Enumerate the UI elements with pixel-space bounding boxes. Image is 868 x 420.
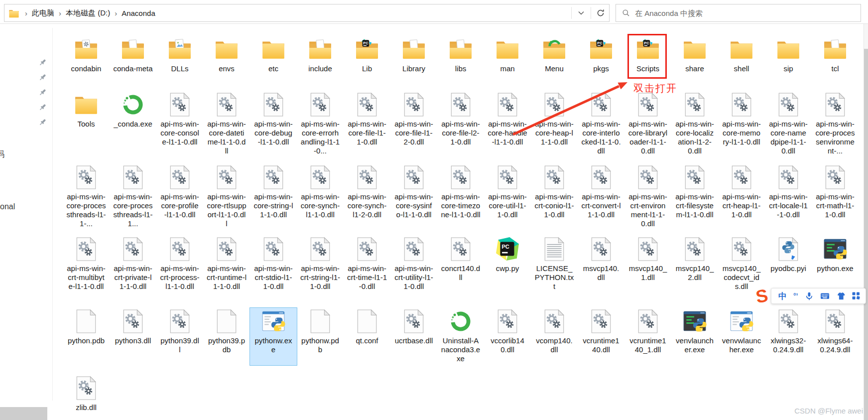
file-item-api-ms-win-core-console-l1-1-0.dll[interactable]: api-ms-win-core-console-l1-1-0.dll: [156, 91, 203, 157]
address-bar[interactable]: ›此电脑›本地磁盘 (D:)›Anaconda: [4, 4, 610, 22]
file-item-python3.dll[interactable]: python3.dll: [110, 308, 156, 365]
file-item-sip[interactable]: sip: [765, 36, 812, 75]
file-item-api-ms-win-crt-process-l1-1-0.dll[interactable]: api-ms-win-crt-process-l1-1-0.dll: [156, 236, 203, 293]
file-item-api-ms-win-core-string-l1-1-0.dll[interactable]: api-ms-win-core-string-l1-1-0.dll: [250, 164, 297, 230]
file-item-api-ms-win-crt-utility-l1-1-0.dll[interactable]: api-ms-win-crt-utility-l1-1-0.dll: [390, 236, 437, 293]
file-item-include[interactable]: include: [297, 36, 344, 75]
ime-punctuation-button[interactable]: °’: [793, 292, 798, 300]
file-item-api-ms-win-core-debug-l1-1-0.dll[interactable]: api-ms-win-core-debug-l1-1-0.dll: [250, 91, 297, 157]
file-item-api-ms-win-core-processenvironment-...[interactable]: api-ms-win-core-processenvironment-...: [812, 91, 859, 157]
pin-icon[interactable]: [38, 118, 47, 127]
file-item-xlwings32-0.24.9.dll[interactable]: xlwings32-0.24.9.dll: [765, 308, 812, 365]
file-item-api-ms-win-crt-math-l1-1-0.dll[interactable]: api-ms-win-crt-math-l1-1-0.dll: [812, 164, 859, 230]
file-item-libs[interactable]: libs: [437, 36, 484, 75]
ime-chinese-mode-button[interactable]: 中: [778, 290, 787, 302]
file-item-api-ms-win-core-datetime-l1-1-0.dll[interactable]: api-ms-win-core-datetime-l1-1-0.dll: [203, 91, 250, 157]
pin-icon[interactable]: [38, 58, 47, 67]
sidebar-label-fragment[interactable]: 码: [0, 149, 4, 160]
file-item-python.pdb[interactable]: python.pdb: [63, 308, 110, 365]
file-item-python39.dll[interactable]: python39.dll: [156, 308, 203, 365]
breadcrumb-item[interactable]: 本地磁盘 (D:): [65, 7, 111, 19]
file-item-api-ms-win-crt-private-l1-1-0.dll[interactable]: api-ms-win-crt-private-l1-1-0.dll: [110, 236, 156, 293]
breadcrumb-item[interactable]: Anaconda: [121, 8, 156, 18]
file-item-api-ms-win-core-localization-l1-2-0.dll[interactable]: api-ms-win-core-localization-l1-2-0.dll: [671, 91, 718, 157]
file-item-_conda.exe[interactable]: _conda.exe: [110, 91, 156, 157]
file-item-api-ms-win-core-synch-l1-1-0.dll[interactable]: api-ms-win-core-synch-l1-1-0.dll: [297, 164, 344, 230]
file-item-venvwlauncher.exe[interactable]: venvwlauncher.exe: [718, 308, 765, 365]
file-item-python.exe[interactable]: python.exe: [812, 236, 859, 293]
file-item-api-ms-win-core-handle-l1-1-0.dll[interactable]: api-ms-win-core-handle-l1-1-0.dll: [484, 91, 531, 157]
file-item-api-ms-win-core-memory-l1-1-0.dll[interactable]: api-ms-win-core-memory-l1-1-0.dll: [718, 91, 765, 157]
file-item-msvcp140_2.dll[interactable]: msvcp140_2.dll: [671, 236, 718, 293]
file-item-msvcp140_1.dll[interactable]: msvcp140_1.dll: [624, 236, 671, 293]
file-item-api-ms-win-core-file-l1-1-0.dll[interactable]: api-ms-win-core-file-l1-1-0.dll: [344, 91, 390, 157]
file-item-api-ms-win-core-timezone-l1-1-0.dll[interactable]: api-ms-win-core-timezone-l1-1-0.dll: [437, 164, 484, 230]
file-item-api-ms-win-crt-multibyte-l1-1-0.dll[interactable]: api-ms-win-crt-multibyte-l1-1-0.dll: [63, 236, 110, 293]
file-item-msvcp140_codecvt_ids.dll[interactable]: msvcp140_codecvt_ids.dll: [718, 236, 765, 293]
file-item-cwp.py[interactable]: PCcwp.py: [484, 236, 531, 293]
file-item-api-ms-win-core-errorhandling-l1-1-0...[interactable]: api-ms-win-core-errorhandling-l1-1-0...: [297, 91, 344, 157]
file-item-api-ms-win-core-processthreads-l1-1-...[interactable]: api-ms-win-core-processthreads-l1-1-...: [63, 164, 110, 230]
file-item-api-ms-win-crt-stdio-l1-1-0.dll[interactable]: api-ms-win-crt-stdio-l1-1-0.dll: [250, 236, 297, 293]
file-item-zlib.dll[interactable]: zlib.dll: [63, 375, 110, 414]
file-item-api-ms-win-core-interlocked-l1-1-0.dll[interactable]: api-ms-win-core-interlocked-l1-1-0.dll: [578, 91, 624, 157]
file-item-msvcp140.dll[interactable]: msvcp140.dll: [578, 236, 624, 293]
refresh-icon[interactable]: [592, 4, 609, 21]
file-item-etc[interactable]: etc: [250, 36, 297, 75]
file-item-tools[interactable]: Tools: [63, 91, 110, 157]
file-item-vccorlib140.dll[interactable]: vccorlib140.dll: [484, 308, 531, 365]
file-item-api-ms-win-crt-convert-l1-1-0.dll[interactable]: api-ms-win-crt-convert-l1-1-0.dll: [578, 164, 624, 230]
file-item-python39.pdb[interactable]: python39.pdb: [203, 308, 250, 365]
ime-mic-icon[interactable]: [805, 291, 814, 301]
file-item-condabin[interactable]: condabin: [63, 36, 110, 75]
file-item-api-ms-win-crt-string-l1-1-0.dll[interactable]: api-ms-win-crt-string-l1-1-0.dll: [297, 236, 344, 293]
file-item-man[interactable]: man: [484, 36, 531, 75]
file-item-api-ms-win-crt-environment-l1-1-0.dll[interactable]: api-ms-win-crt-environment-l1-1-0.dll: [624, 164, 671, 230]
breadcrumb-item[interactable]: 此电脑: [31, 7, 55, 19]
file-item-shell[interactable]: shell: [718, 36, 765, 75]
ime-keyboard-icon[interactable]: [820, 292, 830, 300]
file-item-venvlauncher.exe[interactable]: venvlauncher.exe: [671, 308, 718, 365]
file-item-api-ms-win-core-rtlsupport-l1-1-0.dll[interactable]: api-ms-win-core-rtlsupport-l1-1-0.dll: [203, 164, 250, 230]
file-item-vcruntime140_1.dll[interactable]: vcruntime140_1.dll: [624, 308, 671, 365]
file-item-pyodbc.pyi[interactable]: pyodbc.pyi: [765, 236, 812, 293]
file-item-vcruntime140.dll[interactable]: vcruntime140.dll: [578, 308, 624, 365]
file-item-api-ms-win-crt-filesystem-l1-1-0.dll[interactable]: api-ms-win-crt-filesystem-l1-1-0.dll: [671, 164, 718, 230]
file-item-api-ms-win-core-namedpipe-l1-1-0.dll[interactable]: api-ms-win-core-namedpipe-l1-1-0.dll: [765, 91, 812, 157]
search-box[interactable]: [616, 4, 861, 22]
pin-icon[interactable]: [38, 73, 47, 82]
file-item-qt.conf[interactable]: qt.conf: [344, 308, 390, 365]
file-item-api-ms-win-crt-heap-l1-1-0.dll[interactable]: api-ms-win-crt-heap-l1-1-0.dll: [718, 164, 765, 230]
file-item-dlls[interactable]: DLLs: [156, 36, 203, 75]
search-input[interactable]: [634, 8, 861, 18]
file-item-api-ms-win-crt-conio-l1-1-0.dll[interactable]: api-ms-win-crt-conio-l1-1-0.dll: [531, 164, 578, 230]
file-item-pythonw.pdb[interactable]: pythonw.pdb: [297, 308, 344, 365]
file-item-envs[interactable]: envs: [203, 36, 250, 75]
file-item-pythonw.exe[interactable]: pythonw.exe: [250, 308, 297, 365]
file-item-pkgs[interactable]: PCpkgs: [578, 36, 624, 75]
file-item-menu[interactable]: Menu: [531, 36, 578, 75]
file-item-api-ms-win-crt-locale-l1-1-0.dll[interactable]: api-ms-win-crt-locale-l1-1-0.dll: [765, 164, 812, 230]
file-item-tcl[interactable]: tcl: [812, 36, 859, 75]
file-item-api-ms-win-core-file-l2-1-0.dll[interactable]: api-ms-win-core-file-l2-1-0.dll: [437, 91, 484, 157]
file-item-api-ms-win-core-util-l1-1-0.dll[interactable]: api-ms-win-core-util-l1-1-0.dll: [484, 164, 531, 230]
address-dropdown-chevron-icon[interactable]: [573, 4, 590, 21]
file-item-share[interactable]: share: [671, 36, 718, 75]
file-item-license_python.txt[interactable]: LICENSE_PYTHON.txt: [531, 236, 578, 293]
file-item-ucrtbase.dll[interactable]: ucrtbase.dll: [390, 308, 437, 365]
file-item-xlwings64-0.24.9.dll[interactable]: xlwings64-0.24.9.dll: [812, 308, 859, 365]
file-item-api-ms-win-core-sysinfo-l1-1-0.dll[interactable]: api-ms-win-core-sysinfo-l1-1-0.dll: [390, 164, 437, 230]
ime-toolbar[interactable]: S 中 °’: [754, 286, 866, 306]
file-item-api-ms-win-core-file-l1-2-0.dll[interactable]: api-ms-win-core-file-l1-2-0.dll: [390, 91, 437, 157]
file-item-lib[interactable]: PCLib: [344, 36, 390, 75]
pin-icon[interactable]: [38, 88, 47, 97]
file-item-api-ms-win-core-synch-l1-2-0.dll[interactable]: api-ms-win-core-synch-l1-2-0.dll: [344, 164, 390, 230]
vertical-scrollbar-thumb[interactable]: [864, 49, 868, 420]
file-item-api-ms-win-core-libraryloader-l1-1-0.dll[interactable]: api-ms-win-core-libraryloader-l1-1-0.dll: [624, 91, 671, 157]
file-item-concrt140.dll[interactable]: concrt140.dll: [437, 236, 484, 293]
sidebar-label-fragment[interactable]: onal: [0, 202, 15, 211]
pin-icon[interactable]: [38, 103, 47, 112]
file-item-library[interactable]: Library: [390, 36, 437, 75]
file-item-vcomp140.dll[interactable]: vcomp140.dll: [531, 308, 578, 365]
file-item-api-ms-win-crt-runtime-l1-1-0.dll[interactable]: api-ms-win-crt-runtime-l1-1-0.dll: [203, 236, 250, 293]
